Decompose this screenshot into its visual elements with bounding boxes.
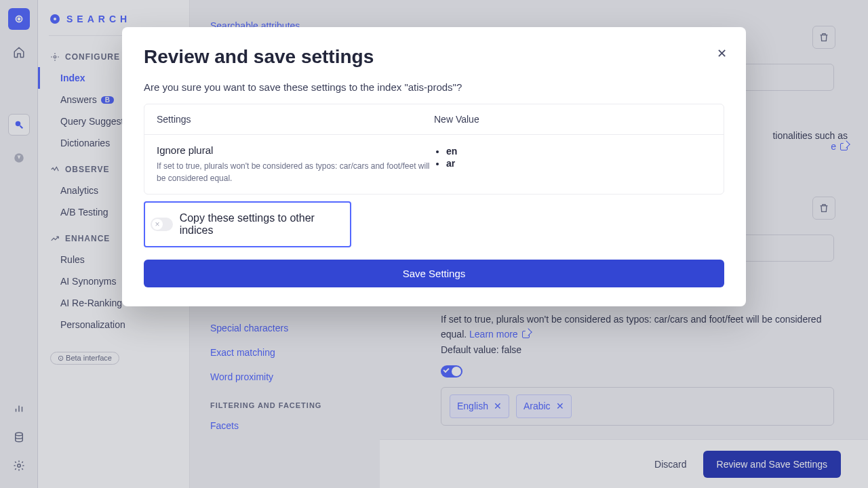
setting-name: Ignore plural <box>157 144 434 156</box>
review-save-modal: ✕ Review and save settings Are you sure … <box>122 27 746 306</box>
save-settings-button[interactable]: Save Settings <box>144 260 724 287</box>
value-ar: ar <box>446 158 711 169</box>
modal-confirm-text: Are you sure you want to save these sett… <box>144 81 724 93</box>
copy-settings-row[interactable]: Copy these settings to other indices <box>144 201 351 247</box>
setting-desc: If set to true, plurals won't be conside… <box>157 160 434 184</box>
settings-diff-table: Settings New Value Ignore plural If set … <box>144 104 724 195</box>
col-settings: Settings <box>157 114 434 125</box>
table-row: Ignore plural If set to true, plurals wo… <box>144 135 724 194</box>
close-modal-button[interactable]: ✕ <box>717 46 727 61</box>
col-new-value: New Value <box>434 114 711 125</box>
copy-label: Copy these settings to other indices <box>180 212 344 237</box>
copy-toggle[interactable] <box>151 218 173 231</box>
value-en: en <box>446 146 711 157</box>
modal-title: Review and save settings <box>144 46 724 68</box>
